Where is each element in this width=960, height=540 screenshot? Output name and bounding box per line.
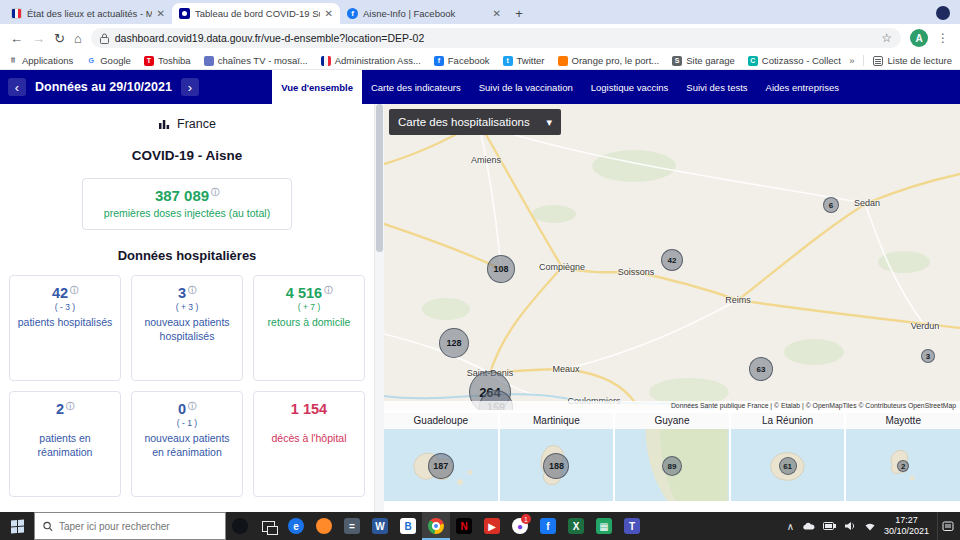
info-icon[interactable]: ⓘ xyxy=(188,286,196,295)
info-icon[interactable]: ⓘ xyxy=(188,402,196,411)
nav-aides-entreprises[interactable]: Aides entreprises xyxy=(757,70,848,104)
map-bubble[interactable]: 63 xyxy=(749,357,773,381)
profile-avatar-icon[interactable] xyxy=(936,6,950,20)
bookmark-item[interactable]: Orange pro, le port... xyxy=(558,55,660,66)
hospitalisations-map[interactable]: AmiensSedanCompiègneSoissonsReimsVerdunM… xyxy=(384,104,960,410)
firefox-icon[interactable] xyxy=(310,512,338,540)
bookmark-star-icon[interactable]: ☆ xyxy=(881,31,892,45)
tab-etat-des-lieux[interactable]: État des lieux et actualités - Mini... ✕ xyxy=(4,3,172,24)
bookmark-item[interactable]: tTwitter xyxy=(503,55,545,66)
task-view-icon[interactable] xyxy=(254,512,282,540)
messenger-icon[interactable]: ●1 xyxy=(506,512,534,540)
tab-close-icon[interactable]: ✕ xyxy=(493,8,501,19)
territory-bubble[interactable]: 188 xyxy=(543,453,569,479)
action-center-icon[interactable] xyxy=(937,512,957,540)
bing-icon[interactable]: B xyxy=(394,512,422,540)
reading-list-button[interactable]: Liste de lecture xyxy=(863,55,952,66)
new-tab-button[interactable]: + xyxy=(508,4,530,24)
territory-bubble[interactable]: 61 xyxy=(779,457,797,475)
bookmark-item[interactable]: ⠿Applications xyxy=(8,55,73,66)
bookmark-item[interactable]: Administration Ass... xyxy=(321,55,421,66)
forward-icon[interactable]: → xyxy=(32,31,45,46)
nav-carte-indicateurs[interactable]: Carte des indicateurs xyxy=(362,70,470,104)
territory-guadeloupe[interactable]: Guadeloupe 187 xyxy=(384,413,498,501)
bookmark-item[interactable]: GGoogle xyxy=(86,55,131,66)
nav-logistique-vaccins[interactable]: Logistique vaccins xyxy=(582,70,678,104)
back-icon[interactable]: ← xyxy=(10,31,23,46)
excel-icon[interactable]: X xyxy=(562,512,590,540)
territory-map[interactable]: 89 xyxy=(615,429,729,501)
info-icon[interactable]: ⓘ xyxy=(211,188,219,197)
territory-bubble[interactable]: 89 xyxy=(662,456,682,476)
map-bubble[interactable]: 3 xyxy=(921,349,935,363)
browser-menu-icon[interactable]: ⋮ xyxy=(937,31,950,45)
bookmarks-overflow-icon[interactable]: » xyxy=(849,55,854,66)
map-layer-selector[interactable]: Carte des hospitalisations ▾ xyxy=(389,109,561,135)
scrollbar-thumb[interactable] xyxy=(376,104,383,252)
onedrive-cloud-icon[interactable] xyxy=(802,522,815,530)
sheets-icon[interactable]: ▦ xyxy=(590,512,618,540)
youtube-icon[interactable]: ▶ xyxy=(478,512,506,540)
territory-bubble[interactable]: 2 xyxy=(897,460,909,472)
map-bubble[interactable]: 108 xyxy=(487,255,515,283)
hidden-icons-chevron-icon[interactable]: ∧ xyxy=(787,521,794,532)
bookmark-item[interactable]: CCotizasso - Collecte... xyxy=(748,55,841,66)
start-button[interactable] xyxy=(0,512,34,540)
wifi-icon[interactable] xyxy=(864,522,876,531)
bookmark-item[interactable]: fFacebook xyxy=(434,55,490,66)
calculator-icon[interactable]: = xyxy=(338,512,366,540)
vaccination-card[interactable]: 387 089ⓘ premières doses injectées (au t… xyxy=(82,178,292,230)
teams-icon[interactable]: T xyxy=(618,512,646,540)
bookmark-item[interactable]: chaînes TV - mosaï... xyxy=(204,55,308,66)
home-icon[interactable]: ⌂ xyxy=(74,31,82,46)
stat-card-reanimation[interactable]: 2ⓘ patients en réanimation xyxy=(9,391,121,497)
territory-map[interactable]: 188 xyxy=(500,429,614,501)
territory-map[interactable]: 61 xyxy=(731,429,845,501)
stat-card-nouveaux-reanimation[interactable]: 0ⓘ ( - 1 ) nouveaux patients en réanimat… xyxy=(131,391,243,497)
taskbar-search[interactable] xyxy=(34,512,226,540)
tab-close-icon[interactable]: ✕ xyxy=(157,8,165,19)
info-icon[interactable]: ⓘ xyxy=(324,286,332,295)
nav-suivi-vaccination[interactable]: Suivi de la vaccination xyxy=(470,70,582,104)
nav-suivi-tests[interactable]: Suivi des tests xyxy=(677,70,756,104)
facebook-icon[interactable]: f xyxy=(534,512,562,540)
tab-facebook[interactable]: f Aisne-Info | Facebook ✕ xyxy=(340,3,508,24)
stat-card-nouveaux-hospitalises[interactable]: 3ⓘ ( + 3 ) nouveaux patients hospitalisé… xyxy=(131,275,243,381)
tab-close-icon[interactable]: ✕ xyxy=(325,8,333,19)
info-icon[interactable]: ⓘ xyxy=(70,286,78,295)
tab-covid-dashboard[interactable]: Tableau de bord COVID-19 Suivi ✕ xyxy=(172,3,340,24)
sidebar-scrollbar[interactable] xyxy=(374,104,384,512)
reload-icon[interactable]: ↻ xyxy=(54,31,65,46)
stat-card-deces[interactable]: 1 154 décès à l'hôpital xyxy=(253,391,365,497)
chrome-icon[interactable] xyxy=(422,512,450,540)
stat-card-hospitalises[interactable]: 42ⓘ ( - 3 ) patients hospitalisés xyxy=(9,275,121,381)
territory-la-reunion[interactable]: La Réunion 61 xyxy=(731,413,845,501)
bookmark-item[interactable]: TToshiba xyxy=(144,55,191,66)
stat-card-retours-domicile[interactable]: 4 516ⓘ ( + 7 ) retours à domicile xyxy=(253,275,365,381)
netflix-icon[interactable]: N xyxy=(450,512,478,540)
taskbar-clock[interactable]: 17:27 30/10/2021 xyxy=(884,515,929,538)
territory-map[interactable]: 2 xyxy=(846,429,960,501)
chevron-left-icon[interactable]: ‹ xyxy=(8,78,26,96)
battery-icon[interactable] xyxy=(823,522,836,530)
map-bubble[interactable]: 6 xyxy=(823,197,839,213)
nav-vue-densemble[interactable]: Vue d'ensemble xyxy=(272,70,362,104)
map-bubble[interactable]: 42 xyxy=(661,249,683,271)
cortana-icon[interactable] xyxy=(226,512,254,540)
site-info-icon[interactable] xyxy=(100,33,109,44)
region-selector[interactable]: France xyxy=(0,104,374,140)
account-avatar[interactable]: A xyxy=(910,29,928,47)
word-icon[interactable]: W xyxy=(366,512,394,540)
territory-bubble[interactable]: 187 xyxy=(428,453,454,479)
territory-mayotte[interactable]: Mayotte 2 xyxy=(846,413,960,501)
territory-map[interactable]: 187 xyxy=(384,429,498,501)
territory-guyane[interactable]: Guyane 89 xyxy=(615,413,729,501)
edge-icon[interactable]: e xyxy=(282,512,310,540)
bookmark-item[interactable]: SSite garage xyxy=(672,55,735,66)
info-icon[interactable]: ⓘ xyxy=(66,402,74,411)
map-bubble[interactable]: 128 xyxy=(439,328,469,358)
chevron-right-icon[interactable]: › xyxy=(181,78,199,96)
url-box[interactable]: dashboard.covid19.data.gouv.fr/vue-d-ens… xyxy=(91,28,901,48)
territory-martinique[interactable]: Martinique 188 xyxy=(500,413,614,501)
search-input[interactable] xyxy=(59,521,217,532)
